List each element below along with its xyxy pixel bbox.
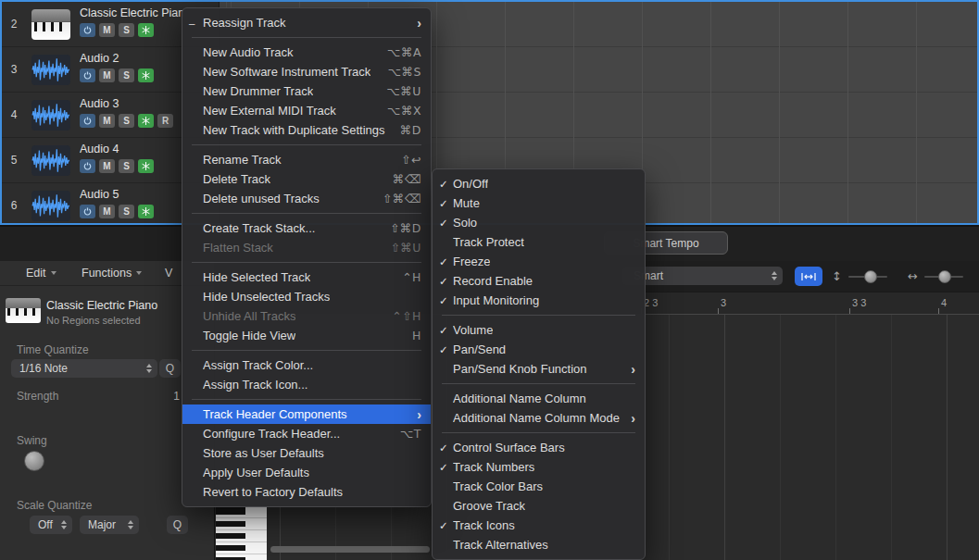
time-quantize-popup[interactable]: 1/16 Note (11, 359, 157, 378)
submenu-item-solo[interactable]: Solo (433, 213, 645, 232)
submenu-arrow-icon (631, 412, 635, 425)
menu-item-new-drummer-track[interactable]: New Drummer Track⌥⌘U (182, 81, 431, 101)
menu-item-assign-track-icon[interactable]: Assign Track Icon... (182, 375, 431, 394)
time-quantize-value: 1/16 Note (19, 362, 68, 375)
submenu-item-pan-send-knob-function[interactable]: Pan/Send Knob Function (433, 359, 645, 379)
track-onoff-button[interactable] (80, 159, 95, 173)
menu-item-new-external-midi-track[interactable]: New External MIDI Track⌥⌘X (182, 101, 431, 120)
catch-playhead-button[interactable] (795, 267, 822, 286)
freeze-button[interactable] (138, 23, 154, 37)
strength-value[interactable]: 1 (146, 390, 180, 403)
mute-button[interactable]: M (99, 114, 115, 128)
checkmark-icon (439, 217, 453, 230)
menu-item-track-header-components[interactable]: Track Header Components (182, 404, 431, 424)
track-onoff-button[interactable] (80, 68, 95, 82)
menu-item-create-track-stack[interactable]: Create Track Stack...⇧⌘D (182, 218, 431, 238)
menu-item-configure-track-header[interactable]: Configure Track Header...⌥T (182, 424, 431, 443)
freeze-button[interactable] (138, 68, 154, 82)
logic-pro-window: 2 Classic Electric Piano M S 3 Audio 2 M… (0, 0, 979, 560)
menu-item-flatten-stack[interactable]: Flatten Stack⇧⌘U (182, 238, 431, 257)
menu-item-reassign-track[interactable]: Reassign Track (182, 13, 431, 32)
solo-button[interactable]: S (119, 205, 134, 218)
ruler-tick (718, 308, 719, 314)
track-onoff-button[interactable] (80, 114, 95, 128)
submenu-item-track-icons[interactable]: Track Icons (433, 516, 645, 535)
solo-button[interactable]: S (119, 23, 134, 37)
submenu-item-groove-track[interactable]: Groove Track (433, 496, 645, 516)
submenu-item-additional-name-column[interactable]: Additional Name Column (433, 389, 645, 408)
submenu-item-track-alternatives[interactable]: Track Alternatives (433, 535, 645, 554)
submenu-item-track-color-bars[interactable]: Track Color Bars (433, 477, 645, 496)
horizontal-zoom-thumb[interactable] (938, 270, 951, 283)
stepper-icon (145, 364, 153, 373)
submenu-item-freeze[interactable]: Freeze (433, 252, 645, 271)
freeze-button[interactable] (138, 159, 154, 173)
swing-label: Swing (17, 434, 47, 447)
solo-button[interactable]: S (119, 68, 134, 82)
menu-item-assign-track-color[interactable]: Assign Track Color... (182, 355, 431, 375)
submenu-item-control-surface-bars[interactable]: Control Surface Bars (433, 438, 645, 457)
record-enable-button[interactable]: R (157, 114, 173, 128)
submenu-item-pan-send[interactable]: Pan/Send (433, 340, 645, 359)
menu-item-hide-selected-track[interactable]: Hide Selected Track⌃H (182, 268, 431, 287)
mute-button[interactable]: M (99, 159, 115, 173)
checkmark-icon (439, 197, 453, 210)
track-controls: M S (80, 68, 154, 82)
scale-quantize-apply-button[interactable]: Q (167, 516, 188, 534)
mute-button[interactable]: M (99, 68, 115, 82)
horizontal-scrollbar[interactable] (270, 546, 430, 553)
solo-button[interactable]: S (119, 114, 134, 128)
swing-knob[interactable] (24, 451, 44, 471)
submenu-item-on-off[interactable]: On/Off (433, 174, 645, 193)
mute-button[interactable]: M (99, 205, 115, 218)
menu-item-toggle-hide-view[interactable]: Toggle Hide ViewH (182, 326, 431, 345)
menu-item-new-software-instrument-track[interactable]: New Software Instrument Track⌥⌘S (182, 62, 431, 81)
submenu-item-input-monitoring[interactable]: Input Monitoring (433, 291, 645, 310)
track-name: Audio 5 (80, 188, 183, 201)
edit-menu[interactable]: Edit (26, 267, 56, 280)
menu-item-new-track-duplicate-settings[interactable]: New Track with Duplicate Settings⌘D (182, 120, 431, 140)
mute-button[interactable]: M (99, 23, 115, 37)
menu-item-new-audio-track[interactable]: New Audio Track⌥⌘A (182, 43, 431, 62)
menu-item-hide-unselected-tracks[interactable]: Hide Unselected Tracks (182, 287, 431, 306)
time-quantize-apply-button[interactable]: Q (159, 359, 181, 378)
scale-root-popup[interactable]: Off (30, 516, 72, 534)
smart-tempo-mode-popup[interactable]: Smart (622, 267, 783, 285)
menu-item-delete-track[interactable]: Delete Track⌘⌫ (182, 169, 431, 189)
submenu-item-track-protect[interactable]: Track Protect (433, 232, 645, 252)
piano-icon (6, 298, 41, 323)
submenu-item-mute[interactable]: Mute (433, 193, 645, 213)
vertical-zoom-thumb[interactable] (864, 270, 877, 283)
waveform-icon (31, 100, 70, 131)
menu-separator (192, 350, 421, 351)
track-onoff-button[interactable] (80, 205, 95, 218)
menu-separator (192, 399, 421, 400)
track-onoff-button[interactable] (80, 23, 95, 37)
stepper-icon (127, 520, 134, 529)
submenu-item-volume[interactable]: Volume (433, 320, 645, 340)
submenu-item-record-enable[interactable]: Record Enable (433, 271, 645, 291)
menu-item-delete-unused-tracks[interactable]: Delete unused Tracks⇧⌘⌫ (182, 189, 431, 208)
strength-label: Strength (17, 390, 58, 403)
menu-item-store-as-user-defaults[interactable]: Store as User Defaults (182, 443, 431, 463)
track-number: 5 (2, 138, 26, 182)
menu-item-unhide-all-tracks[interactable]: Unhide All Tracks⌃⇧H (182, 306, 431, 326)
track-number: 4 (2, 93, 26, 137)
piano-keyboard[interactable] (216, 506, 267, 560)
solo-button[interactable]: S (119, 159, 134, 173)
scale-type-popup[interactable]: Major (80, 516, 139, 534)
freeze-button[interactable] (138, 114, 154, 128)
menu-item-revert-to-factory-defaults[interactable]: Revert to Factory Defaults (182, 482, 431, 502)
submenu-item-additional-name-column-mode[interactable]: Additional Name Column Mode (433, 408, 645, 428)
menu-item-rename-track[interactable]: Rename Track⇧↩ (182, 150, 431, 169)
menu-separator (192, 213, 421, 214)
checkmark-icon (439, 255, 453, 268)
functions-menu[interactable]: Functions (82, 267, 142, 280)
submenu-item-track-numbers[interactable]: Track Numbers (433, 457, 645, 477)
freeze-button[interactable] (138, 205, 154, 218)
time-quantize-label: Time Quantize (17, 343, 89, 356)
track-number: 3 (2, 47, 26, 92)
submenu-arrow-icon (417, 17, 421, 30)
menu-item-apply-user-defaults[interactable]: Apply User Defaults (182, 463, 431, 482)
view-menu[interactable]: V (165, 267, 172, 280)
